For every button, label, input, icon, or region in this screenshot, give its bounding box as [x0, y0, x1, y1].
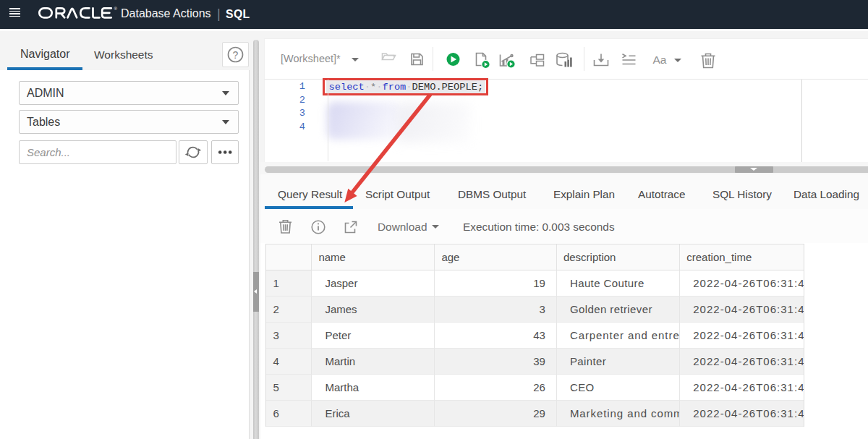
svg-text:?: ? — [232, 48, 238, 60]
svg-text:SQL: SQL — [226, 8, 250, 20]
svg-text:®: ® — [114, 7, 118, 11]
svg-text:Database Actions: Database Actions — [121, 7, 211, 20]
svg-text:|: | — [217, 7, 221, 21]
